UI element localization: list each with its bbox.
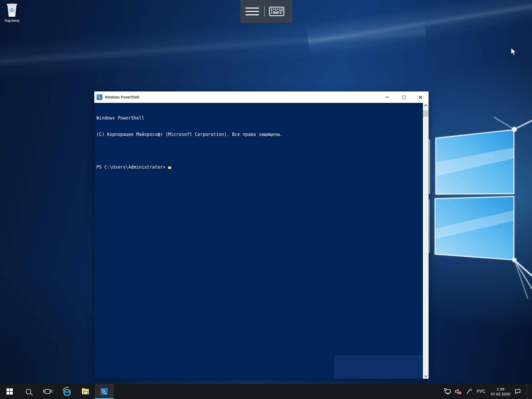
windows-logo-icon	[6, 388, 13, 395]
taskbar-file-explorer[interactable]	[76, 384, 95, 399]
action-center-button[interactable]	[513, 384, 523, 399]
console-highlight-region	[334, 355, 423, 379]
vm-menu-button[interactable]	[240, 0, 264, 23]
vm-console-toolbar	[240, 0, 292, 23]
volume-tray-button[interactable]	[453, 384, 464, 399]
search-icon	[26, 389, 31, 394]
console-line: (C) Корпорация Майкрософт (Microsoft Cor…	[96, 132, 429, 137]
taskbar-powershell[interactable]	[95, 384, 114, 399]
window-controls	[379, 91, 429, 103]
scrollbar-down-button[interactable]	[423, 373, 429, 379]
taskbar-internet-explorer[interactable]	[57, 384, 76, 399]
pen-tray-button[interactable]	[464, 384, 474, 399]
maximize-icon	[402, 96, 405, 99]
scrollbar-thumb[interactable]	[423, 110, 429, 117]
clock[interactable]: 1:39 07.02.2020	[488, 384, 513, 399]
console-output[interactable]: Windows PowerShell (C) Корпорация Майкро…	[94, 103, 429, 379]
window-titlebar[interactable]: Windows PowerShell	[94, 91, 429, 103]
recycle-bin-icon: ♻	[5, 2, 19, 18]
volume-muted-icon	[455, 388, 462, 395]
desktop-wallpaper: ♻ Корзина Windows PowerShell Windows Pow…	[0, 0, 532, 399]
action-center-icon	[515, 389, 521, 395]
hamburger-menu-icon	[245, 8, 259, 15]
console-cursor	[168, 167, 171, 169]
network-icon	[444, 388, 451, 395]
scrollbar-up-button[interactable]	[423, 103, 429, 109]
console-prompt-line: PS C:\Users\Administrator>	[96, 164, 429, 170]
powershell-icon	[97, 94, 102, 100]
task-view-button[interactable]	[38, 384, 57, 399]
taskbar: РУС 1:39 07.02.2020	[0, 384, 532, 399]
language-indicator[interactable]: РУС	[474, 384, 488, 399]
file-explorer-icon	[82, 389, 89, 394]
console-line: Windows PowerShell	[96, 115, 429, 121]
chevron-down-icon	[424, 374, 428, 377]
task-view-icon	[45, 389, 50, 394]
minimize-button[interactable]	[379, 91, 395, 103]
powershell-icon	[101, 388, 108, 395]
vm-keyboard-button[interactable]	[265, 0, 289, 23]
prompt-text: PS C:\Users\Administrator>	[96, 164, 165, 170]
network-tray-button[interactable]	[442, 384, 453, 399]
maximize-button[interactable]	[395, 91, 412, 103]
svg-text:♻: ♻	[10, 7, 15, 13]
start-button[interactable]	[0, 384, 19, 399]
console-line	[96, 148, 429, 154]
window-title: Windows PowerShell	[105, 95, 139, 99]
desktop-icon-recycle-bin[interactable]: ♻ Корзина	[2, 2, 22, 23]
powershell-window: Windows PowerShell Windows PowerShell (C…	[94, 91, 429, 379]
clock-time: 1:39	[491, 387, 510, 391]
console-scrollbar[interactable]	[423, 103, 429, 379]
close-icon	[418, 95, 422, 99]
minimize-icon	[385, 97, 389, 97]
system-tray: РУС 1:39 07.02.2020	[442, 384, 532, 399]
pen-icon	[466, 388, 472, 395]
show-desktop-button[interactable]	[527, 384, 529, 399]
close-button[interactable]	[412, 91, 429, 103]
internet-explorer-icon	[63, 388, 70, 395]
recycle-bin-label: Корзина	[2, 18, 22, 23]
clock-date: 07.02.2020	[491, 391, 510, 396]
wallpaper-windows-logo	[416, 117, 532, 312]
taskbar-search-button[interactable]	[19, 384, 38, 399]
chevron-up-icon	[424, 104, 428, 108]
keyboard-icon	[269, 7, 284, 16]
mouse-cursor	[511, 48, 517, 56]
